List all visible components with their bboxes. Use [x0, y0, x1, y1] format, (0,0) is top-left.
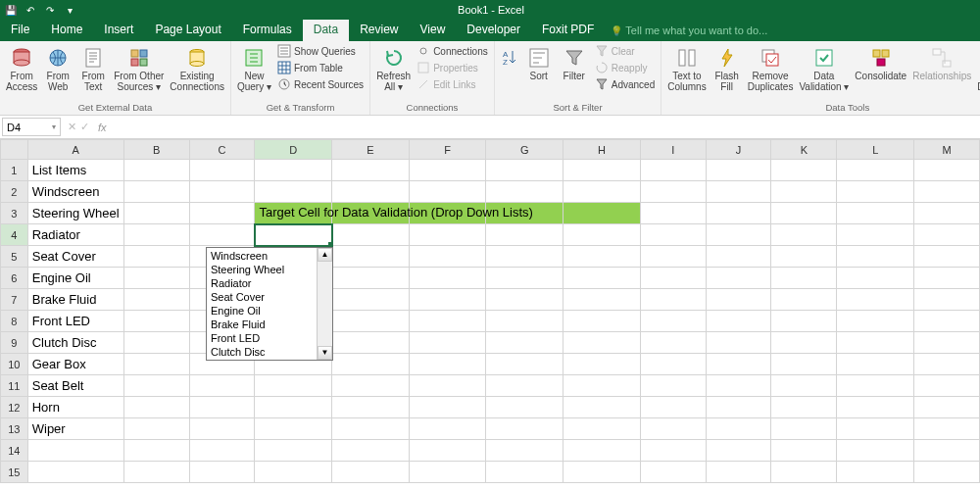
dropdown-item[interactable]: Windscreen: [208, 249, 316, 263]
cell-I5[interactable]: [640, 246, 706, 268]
cell-G13[interactable]: [486, 418, 564, 440]
row-header-5[interactable]: 5: [1, 246, 28, 268]
cell-M7[interactable]: [914, 289, 980, 311]
cell-J8[interactable]: [706, 311, 771, 332]
cell-J1[interactable]: [706, 160, 771, 181]
dropdown-arrow-icon[interactable]: ▼: [331, 226, 332, 244]
cell-L7[interactable]: [837, 289, 914, 311]
dropdown-item[interactable]: Radiator: [208, 276, 316, 290]
cell-J6[interactable]: [706, 268, 771, 289]
cell-C15[interactable]: [189, 462, 255, 483]
cell-B7[interactable]: [123, 289, 189, 311]
cell-A10[interactable]: Gear Box: [27, 354, 123, 375]
dropdown-item[interactable]: Clutch Disc: [208, 345, 316, 359]
cell-C12[interactable]: [189, 397, 255, 418]
cell-H12[interactable]: [564, 397, 641, 418]
cell-K8[interactable]: [771, 311, 837, 332]
cell-M3[interactable]: [914, 203, 980, 224]
from-table-button[interactable]: From Table: [275, 60, 366, 75]
cell-F1[interactable]: [409, 160, 486, 181]
cell-I11[interactable]: [640, 375, 706, 397]
cell-K11[interactable]: [771, 375, 837, 397]
scroll-up-icon[interactable]: ▲: [318, 248, 332, 262]
cell-J9[interactable]: [706, 332, 771, 354]
cell-D11[interactable]: [255, 375, 332, 397]
cell-A4[interactable]: Radiator: [27, 224, 123, 246]
scroll-down-icon[interactable]: ▼: [318, 346, 332, 360]
cell-F5[interactable]: [409, 246, 486, 268]
cell-M14[interactable]: [914, 440, 980, 462]
cell-L10[interactable]: [837, 354, 914, 375]
fx-icon[interactable]: fx: [94, 116, 111, 138]
cell-L13[interactable]: [837, 418, 914, 440]
cell-E1[interactable]: [332, 160, 410, 181]
cell-I13[interactable]: [640, 418, 706, 440]
cell-H6[interactable]: [564, 268, 641, 289]
cell-A1[interactable]: List Items: [27, 160, 123, 181]
cell-M15[interactable]: [914, 462, 980, 483]
cell-H10[interactable]: [564, 354, 641, 375]
cell-A15[interactable]: [27, 462, 123, 483]
from-text-button[interactable]: From Text: [76, 43, 110, 92]
cell-E8[interactable]: [332, 311, 410, 332]
cell-C1[interactable]: [189, 160, 255, 181]
cell-I10[interactable]: [640, 354, 706, 375]
cell-D3[interactable]: Target Cell for Data Validation (Drop Do…: [255, 203, 332, 224]
cell-J10[interactable]: [706, 354, 771, 375]
cell-C11[interactable]: [189, 375, 255, 397]
cell-B2[interactable]: [123, 181, 189, 203]
cell-M4[interactable]: [914, 224, 980, 246]
cell-B12[interactable]: [123, 397, 189, 418]
cell-F12[interactable]: [409, 397, 486, 418]
row-header-14[interactable]: 14: [1, 440, 28, 462]
cell-G2[interactable]: [486, 181, 564, 203]
cell-H4[interactable]: [564, 224, 641, 246]
from-access-button[interactable]: From Access: [4, 43, 39, 92]
cell-K13[interactable]: [771, 418, 837, 440]
cell-E14[interactable]: [332, 440, 410, 462]
tab-insert[interactable]: Insert: [93, 20, 144, 41]
cell-L8[interactable]: [837, 311, 914, 332]
cell-C4[interactable]: [189, 224, 255, 246]
col-header-L[interactable]: L: [837, 140, 914, 160]
tab-developer[interactable]: Developer: [456, 20, 531, 41]
sort-az-button[interactable]: AZ: [499, 43, 520, 78]
cell-I7[interactable]: [640, 289, 706, 311]
cell-M1[interactable]: [914, 160, 980, 181]
save-icon[interactable]: 💾: [3, 2, 19, 18]
row-header-6[interactable]: 6: [1, 268, 28, 289]
cell-B3[interactable]: [123, 203, 189, 224]
cell-I2[interactable]: [640, 181, 706, 203]
cell-E15[interactable]: [332, 462, 410, 483]
cell-L3[interactable]: [837, 203, 914, 224]
cell-F2[interactable]: [409, 181, 486, 203]
cell-C3[interactable]: [189, 203, 255, 224]
cell-K2[interactable]: [771, 181, 837, 203]
cell-B8[interactable]: [123, 311, 189, 332]
cell-A5[interactable]: Seat Cover: [27, 246, 123, 268]
cell-G6[interactable]: [486, 268, 564, 289]
cell-G4[interactable]: [486, 224, 564, 246]
recent-sources-button[interactable]: Recent Sources: [275, 76, 366, 92]
cell-H1[interactable]: [564, 160, 641, 181]
col-header-E[interactable]: E: [332, 140, 410, 160]
tab-home[interactable]: Home: [40, 20, 93, 41]
cell-E6[interactable]: [332, 268, 410, 289]
cell-G1[interactable]: [486, 160, 564, 181]
cell-H5[interactable]: [564, 246, 641, 268]
cell-F13[interactable]: [409, 418, 486, 440]
cell-C13[interactable]: [189, 418, 255, 440]
cell-A14[interactable]: [27, 440, 123, 462]
cell-B11[interactable]: [123, 375, 189, 397]
cell-E13[interactable]: [332, 418, 410, 440]
row-header-10[interactable]: 10: [1, 354, 28, 375]
cell-I9[interactable]: [640, 332, 706, 354]
cell-A8[interactable]: Front LED: [27, 311, 123, 332]
sort-button[interactable]: Sort: [522, 43, 556, 81]
cell-K3[interactable]: [771, 203, 837, 224]
cell-L6[interactable]: [837, 268, 914, 289]
row-header-4[interactable]: 4: [1, 224, 28, 246]
col-header-H[interactable]: H: [564, 140, 641, 160]
col-header-M[interactable]: M: [914, 140, 980, 160]
spreadsheet-grid[interactable]: ABCDEFGHIJKLM1List Items2Windscreen3Stee…: [0, 139, 980, 483]
